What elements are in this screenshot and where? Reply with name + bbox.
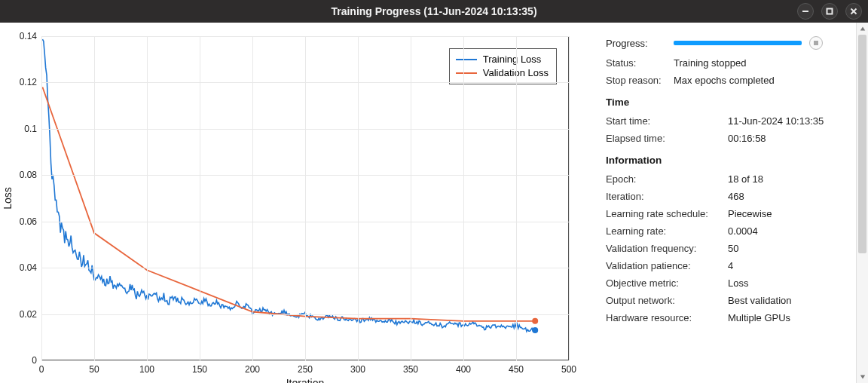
y-tick: 0.04: [20, 262, 37, 273]
progress-label: Progress:: [606, 38, 674, 49]
outputnet-value: Best validation: [728, 295, 792, 306]
lr-value: 0.0004: [728, 225, 758, 237]
y-tick: 0: [32, 355, 37, 366]
status-label: Status:: [606, 57, 674, 69]
window-title: Training Progress (11-Jun-2024 10:13:35): [331, 5, 536, 17]
legend-swatch-validation: [456, 72, 477, 74]
y-tick: 0.12: [20, 77, 37, 87]
objmetric-value: Loss: [728, 277, 748, 289]
legend-label-training: Training Loss: [483, 53, 542, 66]
stop-button[interactable]: [809, 36, 823, 50]
lrschedule-label: Learning rate schedule:: [606, 208, 728, 219]
x-tick: 500: [561, 364, 576, 375]
valpatience-value: 4: [728, 260, 733, 271]
scrollbar-up-icon[interactable]: [857, 23, 869, 35]
scrollbar-down-icon[interactable]: [857, 371, 869, 383]
x-tick: 200: [245, 364, 260, 375]
titlebar: Training Progress (11-Jun-2024 10:13:35): [0, 0, 868, 23]
status-value: Training stopped: [674, 57, 746, 69]
elapsed-value: 00:16:58: [728, 133, 766, 144]
starttime-value: 11-Jun-2024 10:13:35: [728, 115, 824, 127]
stopreason-label: Stop reason:: [606, 75, 674, 86]
y-tick: 0.06: [20, 216, 37, 227]
scrollbar-track[interactable]: [857, 35, 868, 371]
y-tick: 0.08: [20, 170, 37, 180]
x-tick: 450: [509, 364, 524, 375]
lrschedule-value: Piecewise: [728, 208, 772, 219]
y-tick: 0.14: [20, 31, 37, 41]
elapsed-label: Elapsed time:: [606, 133, 728, 144]
valfreq-value: 50: [728, 243, 738, 254]
x-axis-label: Iteration: [286, 377, 325, 383]
x-tick: 0: [39, 364, 44, 375]
stopreason-value: Max epochs completed: [674, 75, 775, 86]
scrollbar-thumb[interactable]: [858, 35, 866, 253]
y-tick: 0.1: [24, 124, 37, 134]
lr-label: Learning rate:: [606, 225, 728, 237]
y-tick: 0.02: [20, 309, 37, 320]
epoch-value: 18 of 18: [728, 173, 763, 185]
x-tick: 300: [350, 364, 365, 375]
x-tick: 400: [456, 364, 471, 375]
x-tick: 150: [192, 364, 207, 375]
hardware-label: Hardware resource:: [606, 312, 728, 323]
window-controls: [797, 0, 862, 23]
scrollbar[interactable]: [856, 23, 868, 383]
objmetric-label: Objective metric:: [606, 277, 728, 289]
svg-rect-1: [827, 9, 833, 14]
info-panel: Progress: Status:Training stopped Stop r…: [595, 23, 856, 383]
progress-bar: [674, 41, 802, 45]
y-axis-label: Loss: [2, 187, 14, 210]
svg-marker-5: [860, 375, 864, 379]
info-heading: Information: [606, 155, 844, 166]
time-heading: Time: [606, 97, 844, 108]
epoch-label: Epoch:: [606, 173, 728, 185]
final-marker: [532, 327, 538, 333]
iteration-label: Iteration:: [606, 191, 728, 202]
x-tick: 250: [298, 364, 313, 375]
stop-icon: [814, 41, 818, 45]
svg-marker-4: [860, 27, 864, 31]
x-tick: 350: [403, 364, 418, 375]
legend: Training Loss Validation Loss: [449, 48, 557, 84]
valfreq-label: Validation frequency:: [606, 243, 728, 254]
hardware-value: Multiple GPUs: [728, 312, 790, 323]
maximize-button[interactable]: [821, 3, 838, 20]
close-button[interactable]: [845, 3, 862, 20]
legend-swatch-training: [456, 59, 477, 60]
minimize-button[interactable]: [797, 3, 814, 20]
valpatience-label: Validation patience:: [606, 260, 728, 271]
starttime-label: Start time:: [606, 115, 728, 127]
loss-chart: Training Loss Validation Loss Iteration …: [0, 23, 595, 383]
final-marker: [532, 318, 538, 324]
iteration-value: 468: [728, 191, 744, 202]
x-tick: 50: [89, 364, 99, 375]
outputnet-label: Output network:: [606, 295, 728, 306]
x-tick: 100: [139, 364, 154, 375]
